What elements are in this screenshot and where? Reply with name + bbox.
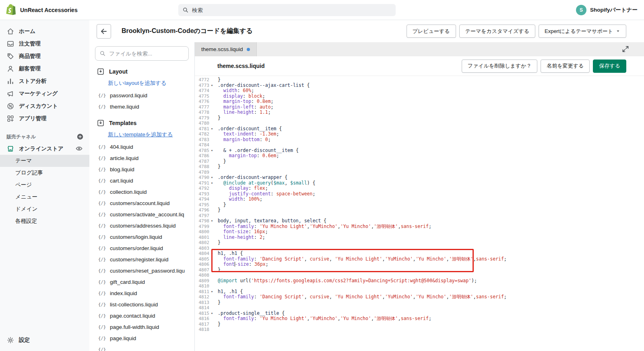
sidebar-subitem[interactable]: テーマ xyxy=(0,155,89,167)
back-button[interactable] xyxy=(97,24,111,39)
code-line[interactable]: 4802} xyxy=(195,240,644,246)
code-line[interactable]: 4815▾.product-single__title { xyxy=(195,311,644,316)
code-line[interactable]: 4776 margin-top: 0.8em; xyxy=(195,99,644,105)
code-line[interactable]: 4795 } xyxy=(195,202,644,208)
code-line[interactable]: 4782 text-indent: -1.3em; xyxy=(195,131,644,137)
code-line[interactable]: 4788} xyxy=(195,164,644,170)
code-line[interactable]: 4806 font-size: 36px; xyxy=(195,262,644,267)
sidebar-subitem[interactable]: ドメイン xyxy=(0,203,89,215)
sidebar-item[interactable]: 注文管理 xyxy=(0,37,89,50)
shopify-logo-icon[interactable] xyxy=(6,4,16,16)
eye-icon[interactable] xyxy=(75,145,83,152)
code-line[interactable]: 4793 justify-content: space-between; xyxy=(195,191,644,197)
add-layout-link[interactable]: 新しいlayoutを追加する xyxy=(89,78,194,90)
file-search-input[interactable] xyxy=(109,51,184,57)
code-line[interactable]: 4791▾ @include at-query($max, $small) { xyxy=(195,181,644,186)
sidebar-item[interactable]: マーケティング xyxy=(0,87,89,100)
code-line[interactable]: 4792 display: flex; xyxy=(195,186,644,191)
code-line[interactable]: 4785▾ & + .order-discount__item { xyxy=(195,148,644,154)
user-menu[interactable]: S Shopifyパートナー xyxy=(576,0,638,20)
file-item[interactable]: {/} customers/register.liquid xyxy=(89,254,194,265)
add-template-link[interactable]: 新しいtemplateを追加する xyxy=(89,129,194,141)
expand-icon[interactable] xyxy=(621,45,630,53)
fold-toggle-icon[interactable]: ▾ xyxy=(209,218,215,224)
file-item[interactable]: {/} customers/order.liquid xyxy=(89,242,194,254)
sidebar-item[interactable]: 顧客管理 xyxy=(0,62,89,75)
global-search[interactable] xyxy=(178,4,396,16)
tab-theme-scss-liquid[interactable]: theme.scss.liquid xyxy=(195,42,257,56)
file-item[interactable]: {/} collection.liquid xyxy=(89,186,194,197)
file-item[interactable]: {/} list-collections.liquid xyxy=(89,299,194,310)
file-item[interactable]: {/} article.liquid xyxy=(89,152,194,164)
sidebar-item[interactable]: アプリ管理 xyxy=(0,112,89,125)
file-item[interactable]: {/} gift_card.liquid xyxy=(89,276,194,287)
file-item[interactable]: {/} customers/login.liquid xyxy=(89,231,194,242)
code-line[interactable]: 4800 font-size: 16px; xyxy=(195,229,644,235)
plus-circle-icon[interactable] xyxy=(76,133,84,140)
layout-section-header[interactable]: Layout xyxy=(89,66,194,78)
code-line[interactable]: 4807} xyxy=(195,267,644,273)
sidebar-item-online-store[interactable]: オンラインストア xyxy=(0,142,89,155)
code-line[interactable]: 4772} xyxy=(195,77,644,83)
file-item[interactable]: {/} customers/addresses.liquid xyxy=(89,220,194,231)
code-line[interactable]: 4774 width: 60%; xyxy=(195,88,644,94)
sidebar-item[interactable]: ディスカウント xyxy=(0,100,89,112)
code-line[interactable]: 4812 font-family: 'Dancing Script', curs… xyxy=(195,294,644,300)
code-line[interactable]: 4797 xyxy=(195,213,644,219)
preview-button[interactable]: プレビューする xyxy=(407,25,456,38)
file-item[interactable]: {/} theme.liquid xyxy=(89,101,194,112)
sidebar-item-settings[interactable]: 設定 xyxy=(0,334,89,346)
code-line[interactable]: 4786 margin-top: 0.6em; xyxy=(195,153,644,159)
file-item[interactable]: {/} index.liquid xyxy=(89,287,194,299)
file-item[interactable]: {/} password.liquid xyxy=(89,90,194,101)
file-item[interactable]: {/} page.liquid xyxy=(89,333,194,344)
fold-toggle-icon[interactable]: ▾ xyxy=(209,83,215,88)
code-line[interactable]: 4780 xyxy=(195,121,644,126)
sidebar-subitem[interactable]: ページ xyxy=(0,179,89,191)
rename-file-button[interactable]: 名前を変更する xyxy=(541,60,590,73)
sidebar-item[interactable]: ホーム xyxy=(0,25,89,37)
code-line[interactable]: 4787 } xyxy=(195,159,644,164)
file-item[interactable]: {/} customers/account.liquid xyxy=(89,197,194,209)
templates-section-header[interactable]: Templates xyxy=(89,117,194,129)
delete-file-button[interactable]: ファイルを削除しますか？ xyxy=(462,60,538,73)
file-item[interactable]: {/} 404.liquid xyxy=(89,141,194,152)
fold-toggle-icon[interactable]: ▾ xyxy=(209,289,215,295)
code-area[interactable]: 4772}4773▾.order-discount--ajax-cart-lis… xyxy=(195,76,644,351)
code-line[interactable]: 4816 font-family: 'Yu Mincho Light','YuM… xyxy=(195,316,644,322)
sidebar-subitem[interactable]: 各種設定 xyxy=(0,215,89,227)
code-line[interactable]: 4814 xyxy=(195,305,644,311)
file-item[interactable]: {/} page.contact.liquid xyxy=(89,310,194,321)
code-lines[interactable]: 4772}4773▾.order-discount--ajax-cart-lis… xyxy=(195,77,644,333)
code-line[interactable]: 4781▾.order-discount__item { xyxy=(195,126,644,132)
file-item[interactable]: {/} blog.liquid xyxy=(89,164,194,175)
code-line[interactable]: 4813} xyxy=(195,300,644,306)
file-item[interactable]: {/} customers/reset_password.liqu xyxy=(89,265,194,276)
customize-theme-button[interactable]: テーマをカスタマイズする xyxy=(459,25,535,38)
sidebar-subitem[interactable]: メニュー xyxy=(0,191,89,203)
fold-toggle-icon[interactable]: ▾ xyxy=(209,175,215,181)
file-item[interactable]: {/} customers/activate_account.liq xyxy=(89,209,194,220)
fold-toggle-icon[interactable]: ▾ xyxy=(209,311,215,316)
code-line[interactable]: 4799 font-family: 'Yu Mincho Light','YuM… xyxy=(195,224,644,230)
code-line[interactable]: 4784 xyxy=(195,142,644,148)
fold-toggle-icon[interactable]: ▾ xyxy=(209,126,215,132)
code-line[interactable]: 4804▾h1, .h1 { xyxy=(195,251,644,257)
global-search-input[interactable] xyxy=(192,7,392,13)
fold-toggle-icon[interactable]: ▾ xyxy=(209,181,215,186)
save-button[interactable]: 保存する xyxy=(593,60,626,73)
file-item-partial[interactable]: {/} xyxy=(89,344,194,351)
code-line[interactable]: 4810 xyxy=(195,283,644,289)
code-line[interactable]: 4803 xyxy=(195,246,644,251)
file-item[interactable]: {/} page.full-width.liquid xyxy=(89,321,194,333)
file-item[interactable]: {/} cart.liquid xyxy=(89,175,194,186)
code-line[interactable]: 4794 width: 100%; xyxy=(195,197,644,202)
code-line[interactable]: 4796} xyxy=(195,207,644,213)
code-line[interactable]: 4773▾.order-discount--ajax-cart-list { xyxy=(195,83,644,88)
code-line[interactable]: 4818 xyxy=(195,327,644,333)
code-line[interactable]: 4779} xyxy=(195,115,644,121)
code-line[interactable]: 4817} xyxy=(195,322,644,327)
sidebar-item[interactable]: 商品管理 xyxy=(0,50,89,62)
code-line[interactable]: 4790▾.order-discount-wrapper { xyxy=(195,175,644,181)
code-line[interactable]: 4783 margin-bottom: 0; xyxy=(195,137,644,143)
